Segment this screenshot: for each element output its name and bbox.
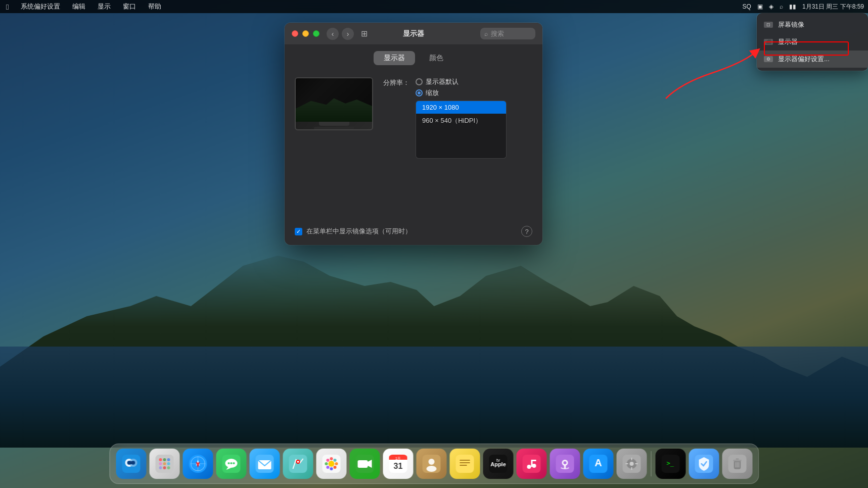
svg-point-8 xyxy=(159,458,162,461)
window-title: 显示器 xyxy=(403,29,424,38)
res-option-1920[interactable]: 1920 × 1080 xyxy=(416,101,506,114)
menubar-window[interactable]: 窗口 xyxy=(121,1,138,12)
dock-icon-music[interactable] xyxy=(516,449,546,479)
menubar-display[interactable]: 显示 xyxy=(96,1,113,12)
menubar-battery-icon[interactable]: ▮▮ xyxy=(789,3,796,10)
svg-point-28 xyxy=(233,462,235,464)
search-box[interactable]: ⌕ xyxy=(480,28,535,39)
window-titlebar: ‹ › ⊞ 显示器 ⌕ xyxy=(285,23,542,45)
svg-point-40 xyxy=(326,459,329,462)
window-footer: ✓ 在菜单栏中显示镜像选项（可用时） ? xyxy=(285,221,542,245)
menubar:  系统偏好设置 编辑 显示 窗口 帮助 SQ ▣ ◈ ⌕ ▮▮ 1月31日 周… xyxy=(0,0,868,13)
dock-icon-appstore[interactable]: A xyxy=(583,449,613,479)
dock-icon-safari[interactable] xyxy=(182,449,213,479)
dock-icon-finder[interactable] xyxy=(116,449,146,479)
menubar-search-icon[interactable]: ⌕ xyxy=(780,3,783,10)
svg-point-14 xyxy=(159,466,162,469)
window-content: 分辨率： 显示器默认 xyxy=(285,69,542,221)
menubar-wifi-icon[interactable]: ◈ xyxy=(769,3,773,10)
search-input[interactable] xyxy=(491,30,531,37)
svg-point-9 xyxy=(163,458,166,461)
back-button[interactable]: ‹ xyxy=(327,28,339,40)
svg-rect-55 xyxy=(455,455,474,473)
settings-panel: 分辨率： 显示器默认 xyxy=(383,77,532,163)
close-button[interactable] xyxy=(292,30,298,37)
dock-icon-facetime[interactable] xyxy=(349,449,380,479)
maximize-button[interactable] xyxy=(313,30,319,37)
mirror-checkbox[interactable]: ✓ xyxy=(295,228,302,235)
menubar-screen-icon[interactable]: ▣ xyxy=(757,3,763,10)
svg-rect-76 xyxy=(631,458,632,460)
svg-point-26 xyxy=(227,462,230,464)
svg-point-63 xyxy=(527,465,531,469)
svg-rect-56 xyxy=(460,460,470,461)
svg-point-35 xyxy=(328,461,334,467)
menubar-datetime[interactable]: 1月31日 周三 下午8:59 xyxy=(802,3,864,11)
grid-button[interactable]: ⊞ xyxy=(358,28,370,40)
checkbox-row: ✓ 在菜单栏中显示镜像选项（可用时） xyxy=(295,227,412,236)
dock-icon-notes[interactable] xyxy=(449,449,480,479)
svg-point-27 xyxy=(230,462,232,464)
menubar-sq-icon[interactable]: SQ xyxy=(743,3,751,10)
tab-bar: 显示器 颜色 xyxy=(285,45,542,69)
menubar-system-prefs[interactable]: 系统偏好设置 xyxy=(19,1,62,12)
context-menu-item-prefs[interactable]: ⚙ 显示器偏好设置... xyxy=(757,51,868,68)
radio-default[interactable]: 显示器默认 xyxy=(416,77,507,86)
svg-point-12 xyxy=(163,462,166,465)
resolution-dropdown: 1920 × 1080 960 × 540（HiDPI） xyxy=(416,101,507,159)
svg-point-36 xyxy=(330,457,333,460)
monitor-screen xyxy=(296,78,372,122)
context-menu-display-label: 显示器 xyxy=(778,37,798,46)
svg-rect-58 xyxy=(460,465,467,466)
menubar-edit[interactable]: 编辑 xyxy=(70,1,87,12)
menubar-left:  系统偏好设置 编辑 显示 窗口 帮助 xyxy=(4,1,163,12)
svg-text:tv: tv xyxy=(496,458,500,463)
dock-icon-adguard[interactable] xyxy=(689,449,719,479)
resolution-row: 分辨率： 显示器默认 xyxy=(383,77,532,159)
dock-icon-system-prefs[interactable] xyxy=(616,449,647,479)
svg-point-38 xyxy=(325,462,328,465)
dock-icon-maps[interactable] xyxy=(283,449,313,479)
dock-icon-messages[interactable] xyxy=(216,449,246,479)
dock-icon-trash[interactable] xyxy=(722,449,752,479)
context-menu-prefs-label: 显示器偏好设置... xyxy=(778,55,830,64)
dock-icon-contacts[interactable] xyxy=(416,449,446,479)
radio-scaled[interactable]: 缩放 xyxy=(416,88,507,97)
dock-icon-tv[interactable]: Apple tv xyxy=(483,449,513,479)
svg-point-37 xyxy=(330,467,333,470)
res-option-960[interactable]: 960 × 540（HiDPI） xyxy=(416,114,506,128)
dock-icon-launchpad[interactable] xyxy=(149,449,179,479)
svg-point-42 xyxy=(326,466,329,469)
search-icon: ⌕ xyxy=(484,30,488,37)
svg-rect-85 xyxy=(733,460,741,461)
nav-buttons: ‹ › xyxy=(327,28,354,40)
context-menu-item-display[interactable]: ⬛ 显示器 xyxy=(757,33,868,51)
svg-point-41 xyxy=(333,459,336,462)
context-menu-item-mirror[interactable]: ⊡ 屏幕镜像 xyxy=(757,16,868,33)
svg-rect-77 xyxy=(631,467,632,470)
dock-icon-calendar[interactable]: 31 1月 xyxy=(383,449,413,479)
minimize-button[interactable] xyxy=(302,30,309,37)
svg-point-75 xyxy=(629,462,633,466)
monitor-mountain-decoration xyxy=(296,95,372,122)
dock-icon-mail[interactable] xyxy=(249,449,280,479)
forward-button[interactable]: › xyxy=(342,28,354,40)
svg-point-13 xyxy=(167,462,170,465)
menubar-help[interactable]: 帮助 xyxy=(146,1,163,12)
apple-menu[interactable]:  xyxy=(4,2,11,12)
svg-rect-45 xyxy=(357,460,368,468)
dock-icon-terminal[interactable]: >_ xyxy=(655,449,686,479)
svg-point-33 xyxy=(297,461,299,463)
radio-scaled-circle xyxy=(416,89,423,96)
help-button[interactable]: ? xyxy=(521,226,532,237)
tab-color[interactable]: 颜色 xyxy=(419,51,453,65)
svg-point-16 xyxy=(167,466,170,469)
dock-icon-podcasts[interactable] xyxy=(550,449,580,479)
svg-rect-79 xyxy=(635,463,637,464)
resolution-options: 显示器默认 缩放 xyxy=(416,77,507,159)
radio-scaled-dot xyxy=(418,91,421,94)
tab-display[interactable]: 显示器 xyxy=(374,51,415,65)
resolution-dropdown-box: 1920 × 1080 960 × 540（HiDPI） xyxy=(416,101,507,159)
menubar-right: SQ ▣ ◈ ⌕ ▮▮ 1月31日 周三 下午8:59 xyxy=(743,3,864,11)
dock-icon-photos[interactable] xyxy=(316,449,346,479)
